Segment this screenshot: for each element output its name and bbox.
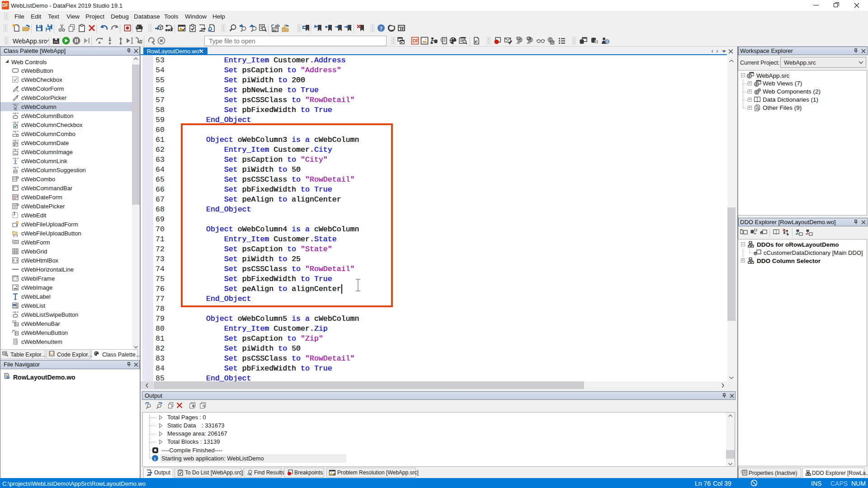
svg-text:DF: DF bbox=[413, 38, 420, 43]
svg-text:i: i bbox=[154, 456, 156, 461]
svg-text:ab: ab bbox=[275, 23, 280, 28]
svg-text:?: ? bbox=[380, 25, 383, 32]
svg-text:ac: ac bbox=[273, 28, 277, 32]
svg-text:T: T bbox=[14, 160, 17, 164]
